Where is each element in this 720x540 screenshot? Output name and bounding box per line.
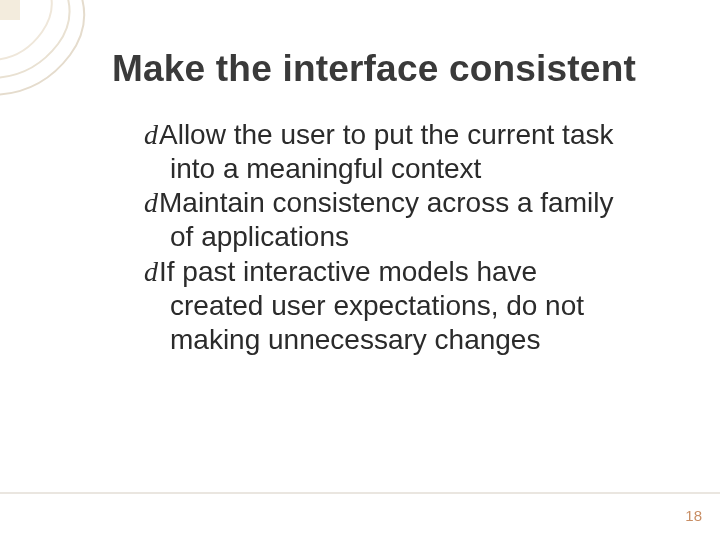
slide-title: Make the interface consistent <box>112 48 636 90</box>
list-item: dAllow the user to put the current task <box>144 118 658 152</box>
bullet-continuation: making unnecessary changes <box>144 323 658 357</box>
bullet-text: Allow the user to put the current task <box>159 119 613 150</box>
flourish-icon: d <box>144 119 158 150</box>
footer-divider <box>0 492 720 494</box>
bullet-continuation: created user expectations, do not <box>144 289 658 323</box>
list-item: dIf past interactive models have <box>144 255 658 289</box>
bullet-text: If past interactive models have <box>159 256 537 287</box>
list-item: dMaintain consistency across a family <box>144 186 658 220</box>
flourish-icon: d <box>144 187 158 218</box>
bullet-text: Maintain consistency across a family <box>159 187 613 218</box>
bullet-continuation: of applications <box>144 220 658 254</box>
flourish-icon: d <box>144 256 158 287</box>
page-number: 18 <box>685 507 702 524</box>
bullet-list: dAllow the user to put the current task … <box>144 118 658 357</box>
svg-rect-0 <box>0 0 20 20</box>
bullet-continuation: into a meaningful context <box>144 152 658 186</box>
